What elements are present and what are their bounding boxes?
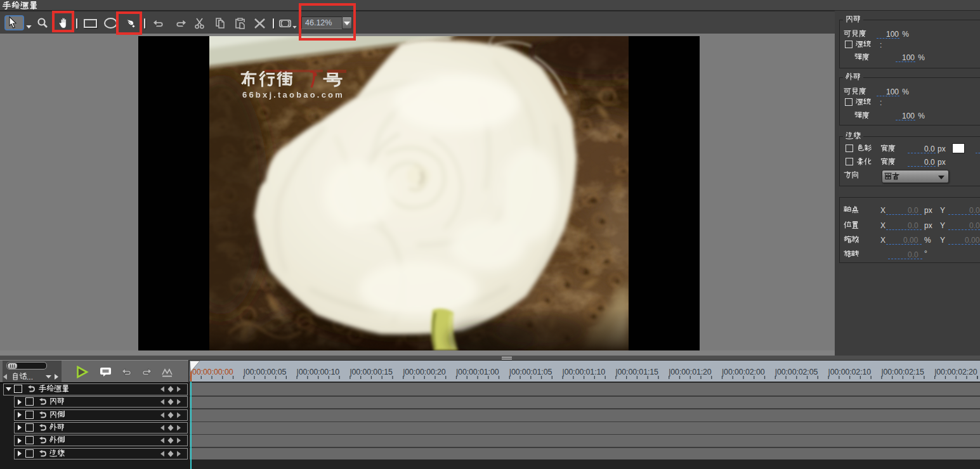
svg-text:|00:00:01:00: |00:00:01:00: [456, 368, 499, 376]
svg-text:|00:00:01:15: |00:00:01:15: [615, 368, 658, 376]
svg-text:|00:00:02:10: |00:00:02:10: [828, 368, 872, 376]
svg-text:|00:00:00:05: |00:00:00:05: [244, 368, 287, 376]
svg-text:|00:00:02:00: |00:00:02:00: [722, 368, 765, 376]
svg-text:|00:00:02:15: |00:00:02:15: [881, 368, 924, 376]
svg-text:|00:00:00:15: |00:00:00:15: [350, 368, 393, 376]
svg-text:|00:00:02:05: |00:00:02:05: [775, 368, 818, 376]
svg-text:|00:00:01:05: |00:00:01:05: [509, 368, 552, 376]
svg-text:|00:00:01:20: |00:00:01:20: [669, 368, 712, 376]
svg-text:|00:00:02:20: |00:00:02:20: [934, 368, 977, 376]
svg-text:|00:00:00:10: |00:00:00:10: [297, 368, 340, 376]
svg-text:|00:00:01:10: |00:00:01:10: [563, 368, 606, 376]
svg-text:|00:00:00:20: |00:00:00:20: [403, 368, 446, 376]
